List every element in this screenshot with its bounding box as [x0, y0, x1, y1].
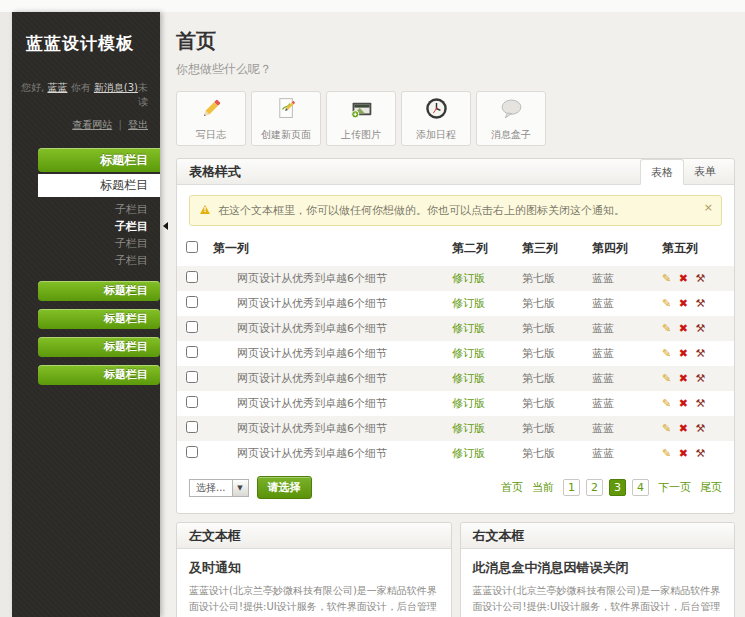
row-checkbox[interactable] [186, 396, 198, 408]
row-checkbox[interactable] [186, 271, 198, 283]
edit-pencil-icon[interactable]: ✎ [662, 372, 671, 385]
edit-pencil-icon[interactable]: ✎ [662, 272, 671, 285]
tools-icon[interactable]: ⚒ [695, 272, 705, 285]
top-strip [0, 0, 745, 12]
left-text-panel: 左文本框 及时通知 蓝蓝设计(北京兰亭妙微科技有限公司)是一家精品软件界面设计公… [176, 522, 452, 617]
tab[interactable]: 表单 [684, 159, 726, 185]
left-panel-header: 左文本框 [177, 523, 451, 549]
revision-link[interactable]: 修订版 [452, 322, 485, 335]
chevron-down-icon[interactable]: ▼ [232, 480, 248, 496]
table-row: 网页设计从优秀到卓越6个细节 修订版 第七版 蓝蓝 ✎ ✖ ⚒ [177, 316, 734, 341]
edit-pencil-icon[interactable]: ✎ [662, 322, 671, 335]
delete-x-icon[interactable]: ✖ [679, 347, 688, 360]
column-header[interactable]: 第四列 [586, 232, 656, 266]
delete-x-icon[interactable]: ✖ [679, 422, 688, 435]
revision-link[interactable]: 修订版 [452, 447, 485, 460]
select-value: 选择... [190, 481, 232, 495]
row-checkbox[interactable] [186, 421, 198, 433]
pagination-pages: 1 2 3 4 [563, 479, 649, 496]
greeting-suffix: 未读 [138, 82, 148, 107]
sidebar-sub-item[interactable]: 子栏目 [12, 218, 160, 235]
messages-link[interactable]: 新消息(3) [94, 82, 138, 93]
tools-icon[interactable]: ⚒ [695, 347, 705, 360]
revision-link[interactable]: 修订版 [452, 397, 485, 410]
revision-link[interactable]: 修订版 [452, 297, 485, 310]
edit-pencil-icon[interactable]: ✎ [662, 447, 671, 460]
sidebar-sub-item[interactable]: 子栏目 [12, 235, 160, 252]
revision-link[interactable]: 修订版 [452, 347, 485, 360]
row-checkbox[interactable] [186, 346, 198, 358]
pagination-first[interactable]: 首页 [501, 480, 523, 495]
add-schedule-button[interactable]: 添加日程 [401, 91, 471, 146]
pagination-last[interactable]: 尾页 [700, 480, 722, 495]
logout-link[interactable]: 登出 [128, 119, 148, 130]
pagination-page-button[interactable]: 3 [609, 479, 626, 496]
right-panel-header: 右文本框 [461, 523, 735, 549]
sidebar-section-button[interactable]: 标题栏目 [38, 337, 160, 357]
view-site-link[interactable]: 查看网站 [72, 119, 112, 130]
pagination: 首页 当前 1 2 3 4 下一页 尾页 [501, 479, 722, 496]
greeting: 您好, 蓝蓝 你有 新消息(3)未读 [12, 81, 160, 109]
right-panel-title: 右文本框 [461, 523, 735, 549]
edit-pencil-icon[interactable]: ✎ [662, 347, 671, 360]
version-cell: 第七版 [516, 266, 586, 291]
tools-icon[interactable]: ⚒ [695, 447, 705, 460]
column-header[interactable]: 第三列 [516, 232, 586, 266]
row-checkbox[interactable] [186, 296, 198, 308]
sidebar-item-active[interactable]: 标题栏目 [38, 174, 160, 197]
row-checkbox[interactable] [186, 446, 198, 458]
sidebar-section-button[interactable]: 标题栏目 [38, 281, 160, 301]
tools-icon[interactable]: ⚒ [695, 322, 705, 335]
pagination-page-button[interactable]: 4 [632, 479, 649, 496]
edit-pencil-icon[interactable]: ✎ [662, 422, 671, 435]
message-box-button[interactable]: 消息盒子 [476, 91, 546, 146]
tools-icon[interactable]: ⚒ [695, 372, 705, 385]
close-icon[interactable]: × [704, 201, 713, 214]
apply-selection-button[interactable]: 请选择 [257, 476, 312, 499]
column-header[interactable]: 第五列 [656, 232, 734, 266]
create-page-button[interactable]: 创建新页面 [251, 91, 321, 146]
pagination-page-button[interactable]: 2 [586, 479, 603, 496]
sidebar-sub-item[interactable]: 子栏目 [12, 201, 160, 218]
write-blog-button[interactable]: 写日志 [176, 91, 246, 146]
greeting-prefix: 您好, [21, 82, 44, 93]
select-all-checkbox[interactable] [186, 241, 198, 253]
row-checkbox[interactable] [186, 321, 198, 333]
delete-x-icon[interactable]: ✖ [679, 322, 688, 335]
tools-icon[interactable]: ⚒ [695, 397, 705, 410]
delete-x-icon[interactable]: ✖ [679, 397, 688, 410]
notice-text: 在这个文本框里，你可以做任何你想做的。你也可以点击右上的图标关闭这个通知。 [218, 204, 625, 217]
tab[interactable]: 表格 [640, 159, 684, 185]
delete-x-icon[interactable]: ✖ [679, 272, 688, 285]
table-panel-header: 表格样式 表格 表单 [177, 159, 734, 185]
main-content: 首页 你想做些什么呢？ 写日志 [160, 12, 745, 617]
revision-link[interactable]: 修订版 [452, 372, 485, 385]
tools-icon[interactable]: ⚒ [695, 422, 705, 435]
tools-icon[interactable]: ⚒ [695, 297, 705, 310]
author-cell: 蓝蓝 [586, 441, 656, 466]
column-header[interactable]: 第一列 [207, 232, 446, 266]
sidebar-section-button[interactable]: 标题栏目 [38, 309, 160, 329]
delete-x-icon[interactable]: ✖ [679, 297, 688, 310]
delete-x-icon[interactable]: ✖ [679, 372, 688, 385]
column-header[interactable]: 第二列 [446, 232, 516, 266]
row-title-cell: 网页设计从优秀到卓越6个细节 [207, 341, 446, 366]
sidebar-sub-item[interactable]: 子栏目 [12, 252, 160, 269]
row-title-cell: 网页设计从优秀到卓越6个细节 [207, 266, 446, 291]
edit-pencil-icon[interactable]: ✎ [662, 297, 671, 310]
sidebar-section-button-top[interactable]: 标题栏目 [38, 148, 160, 172]
pagination-next[interactable]: 下一页 [658, 480, 691, 495]
data-table: 第一列 第二列 第三列 第四列 第五列 网页设计从优秀到卓越6个细节 修订版 第… [177, 232, 734, 466]
delete-x-icon[interactable]: ✖ [679, 447, 688, 460]
user-link[interactable]: 蓝蓝 [47, 82, 67, 93]
row-checkbox[interactable] [186, 371, 198, 383]
new-page-icon [274, 96, 299, 125]
pagination-page-button[interactable]: 1 [563, 479, 580, 496]
upload-image-button[interactable]: 上传图片 [326, 91, 396, 146]
revision-link[interactable]: 修订版 [452, 422, 485, 435]
revision-link[interactable]: 修订版 [452, 272, 485, 285]
edit-pencil-icon[interactable]: ✎ [662, 397, 671, 410]
bulk-action-select[interactable]: 选择... ▼ [189, 479, 249, 497]
author-cell: 蓝蓝 [586, 266, 656, 291]
sidebar-section-button[interactable]: 标题栏目 [38, 365, 160, 385]
